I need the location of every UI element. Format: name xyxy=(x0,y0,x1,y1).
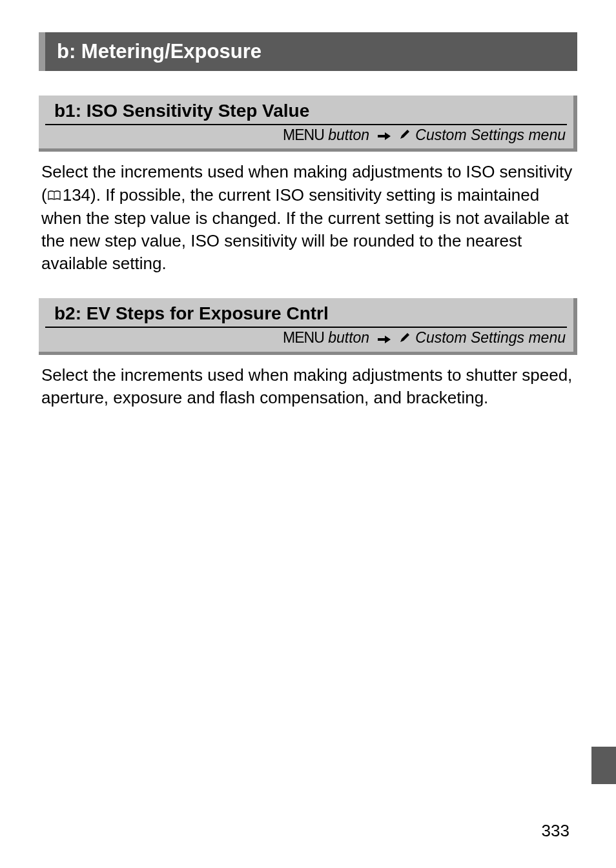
arrow-right-icon xyxy=(378,127,391,145)
menu-label: MENU xyxy=(283,329,324,346)
arrow-right-icon xyxy=(378,330,391,348)
body-text-b2: Select the increments used when making a… xyxy=(39,364,577,409)
subsection-b1: b1: ISO Sensitivity Step Value MENU butt… xyxy=(39,96,577,152)
menu-path-text: Custom Settings menu xyxy=(415,126,566,143)
body-after: ). If possible, the current ISO sensitiv… xyxy=(41,185,569,274)
page-ref-icon xyxy=(47,185,61,207)
page-ref-number: 134 xyxy=(63,185,90,205)
button-word: button xyxy=(328,126,369,143)
page-number: 333 xyxy=(542,821,570,841)
subsection-b2: b2: EV Steps for Exposure Cntrl MENU but… xyxy=(39,298,577,354)
body-text-b1: Select the increments used when making a… xyxy=(39,161,577,275)
subsection-menu-path: MENU button Custom Settings menu xyxy=(39,125,573,148)
pencil-icon xyxy=(398,330,411,348)
subsection-title: b1: ISO Sensitivity Step Value xyxy=(45,96,567,125)
section-header: b: Metering/Exposure xyxy=(39,32,577,71)
pencil-icon xyxy=(398,127,411,145)
subsection-title: b2: EV Steps for Exposure Cntrl xyxy=(45,298,567,328)
menu-label: MENU xyxy=(283,126,324,143)
side-tab xyxy=(591,747,616,784)
subsection-menu-path: MENU button Custom Settings menu xyxy=(39,328,573,351)
button-word: button xyxy=(328,329,369,346)
menu-path-text: Custom Settings menu xyxy=(415,329,566,346)
